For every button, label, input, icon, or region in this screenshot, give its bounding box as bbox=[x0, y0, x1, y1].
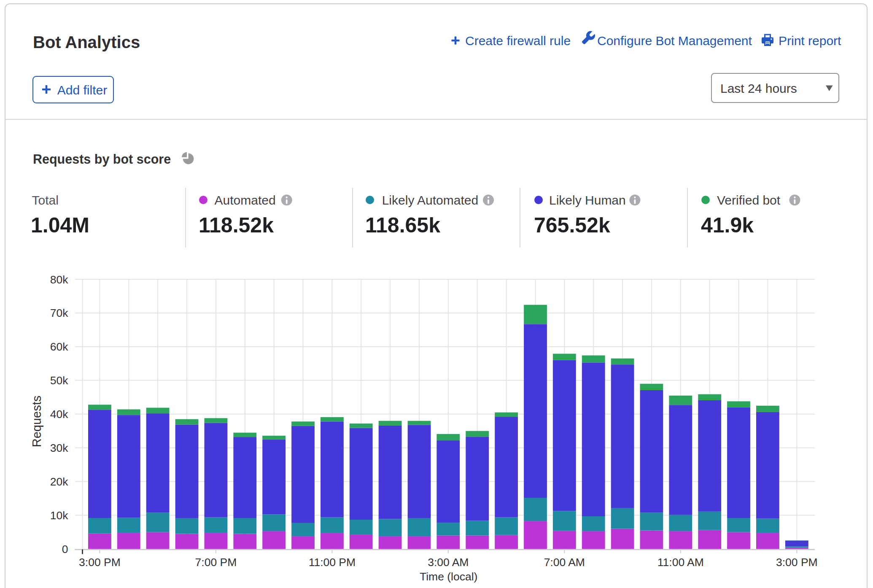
svg-text:3:00 AM: 3:00 AM bbox=[428, 556, 469, 569]
svg-text:0: 0 bbox=[62, 543, 68, 556]
svg-text:20k: 20k bbox=[50, 475, 68, 488]
svg-text:70k: 70k bbox=[50, 307, 68, 319]
svg-text:50k: 50k bbox=[50, 374, 68, 387]
svg-text:3:00 PM: 3:00 PM bbox=[776, 556, 818, 569]
svg-text:7:00 AM: 7:00 AM bbox=[544, 556, 585, 569]
svg-text:Time (local): Time (local) bbox=[420, 570, 477, 583]
svg-text:40k: 40k bbox=[50, 408, 68, 421]
svg-text:3:00 PM: 3:00 PM bbox=[79, 556, 121, 569]
svg-text:60k: 60k bbox=[50, 340, 68, 353]
svg-text:10k: 10k bbox=[50, 509, 68, 522]
svg-text:11:00 AM: 11:00 AM bbox=[657, 556, 704, 569]
svg-text:80k: 80k bbox=[50, 273, 68, 286]
svg-text:Requests: Requests bbox=[30, 396, 43, 448]
svg-text:11:00 PM: 11:00 PM bbox=[309, 556, 356, 569]
svg-text:7:00 PM: 7:00 PM bbox=[195, 556, 237, 569]
svg-text:30k: 30k bbox=[50, 442, 68, 454]
